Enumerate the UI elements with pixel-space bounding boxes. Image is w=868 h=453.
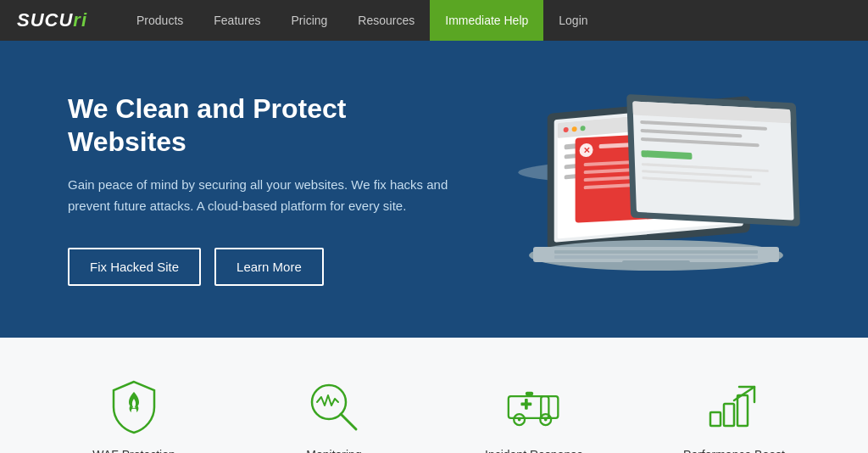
hero-section: We Clean and Protect Websites Gain peace…: [0, 41, 868, 338]
fix-hacked-site-button[interactable]: Fix Hacked Site: [68, 248, 201, 286]
feature-monitoring: Monitoring: [249, 380, 419, 453]
svg-rect-45: [526, 392, 533, 396]
svg-rect-32: [554, 250, 758, 254]
learn-more-button[interactable]: Learn More: [214, 248, 324, 286]
search-pulse-icon: [307, 380, 361, 434]
svg-point-44: [544, 418, 548, 422]
features-section: WAF Protection Monitoring: [0, 338, 868, 453]
feature-performance: Performance Boost: [649, 380, 819, 453]
hero-buttons: Fix Hacked Site Learn More: [68, 248, 458, 286]
chart-arrow-icon: [707, 380, 761, 434]
hero-title: We Clean and Protect Websites: [68, 92, 458, 158]
svg-rect-33: [554, 255, 758, 259]
svg-rect-40: [525, 399, 528, 410]
nav-pricing[interactable]: Pricing: [276, 0, 343, 41]
svg-rect-47: [724, 404, 734, 426]
svg-rect-31: [533, 247, 779, 262]
feature-incident-label: Incident Response: [485, 448, 583, 453]
svg-rect-46: [710, 412, 721, 426]
logo-accent: ri: [73, 9, 87, 31]
svg-line-49: [734, 387, 754, 400]
logo: SUCUri: [17, 9, 87, 31]
svg-point-42: [518, 418, 521, 422]
hero-content: We Clean and Protect Websites Gain peace…: [68, 92, 458, 285]
nav-immediate-help[interactable]: Immediate Help: [430, 0, 543, 41]
nav-login[interactable]: Login: [543, 0, 603, 41]
feature-performance-label: Performance Boost: [683, 448, 785, 453]
hero-laptop-illustration: ✕: [495, 70, 817, 308]
svg-line-36: [341, 414, 356, 429]
navbar: SUCUri Products Features Pricing Resourc…: [0, 0, 868, 41]
nav-features[interactable]: Features: [198, 0, 275, 41]
hero-description: Gain peace of mind by securing all your …: [68, 175, 458, 217]
logo-text: SUCUri: [17, 9, 87, 31]
svg-rect-48: [737, 395, 748, 426]
feature-waf-label: WAF Protection: [92, 448, 175, 453]
svg-text:✕: ✕: [583, 146, 590, 155]
nav-links: Products Features Pricing Resources Imme…: [121, 0, 851, 41]
ambulance-icon: [507, 380, 561, 434]
feature-incident: Incident Response: [449, 380, 619, 453]
feature-monitoring-label: Monitoring: [306, 448, 361, 453]
nav-products[interactable]: Products: [121, 0, 198, 41]
shield-fire-icon: [107, 380, 161, 434]
feature-waf: WAF Protection: [49, 380, 219, 453]
nav-resources[interactable]: Resources: [342, 0, 430, 41]
svg-rect-34: [622, 260, 690, 269]
